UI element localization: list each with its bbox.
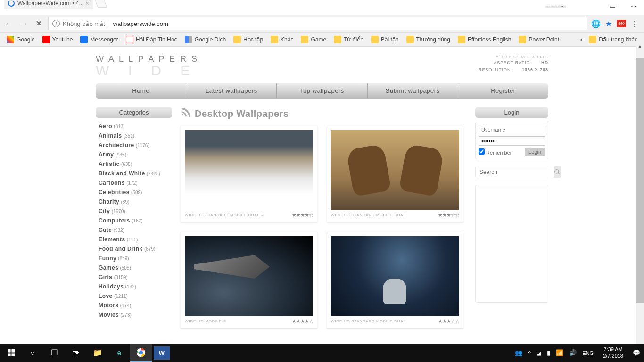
start-button[interactable] [0,344,22,362]
category-item[interactable]: Movies (273) [96,310,172,320]
category-item[interactable]: Architecture (1176) [96,140,172,150]
word-icon[interactable]: W [154,346,170,360]
wallpaper-thumbnail [185,130,313,210]
browser-tab[interactable]: WallpapersWide.com • 4... × [4,0,93,9]
windows-taskbar: ○ ❐ 🛍 📁 e W 👥 ^ ◢ ▮ 📶 🔊 ENG 7:39 AM 2/7/… [0,344,644,362]
bookmark-item[interactable]: Youtube [40,35,76,44]
bookmarks-overflow[interactable]: » [579,36,583,43]
category-item[interactable]: Charity (89) [96,197,172,206]
category-item[interactable]: Elements (111) [96,235,172,244]
category-item[interactable]: Motors (174) [96,301,172,310]
tray-chevron-icon[interactable]: ^ [528,349,531,356]
category-item[interactable]: Cute (932) [96,225,172,235]
info-icon[interactable]: i [52,20,60,27]
stop-button[interactable]: ✕ [33,18,44,29]
url-text: wallpaperswide.com [113,20,168,27]
wallpaper-card[interactable]: WIDE HD STANDARD MOBILE DUAL★★★☆☆ [327,126,463,222]
category-item[interactable]: Cartoons (172) [96,178,172,188]
category-item[interactable]: Girls (3159) [96,272,172,282]
bookmarks-bar: GoogleYoutubeMessengerHỏi Đáp Tin HọcGoo… [0,33,644,47]
cortana-icon[interactable]: ○ [22,344,43,362]
login-header: Login [475,107,548,118]
bookmark-favicon [185,36,192,43]
category-item[interactable]: Celebrities (509) [96,188,172,197]
categories-header: Categories [96,107,172,118]
nav-link[interactable]: Submit wallpapers [368,83,458,99]
system-clock[interactable]: 7:39 AM 2/7/2018 [599,346,627,359]
category-item[interactable]: Games (505) [96,263,172,272]
remember-checkbox[interactable]: Remember [479,148,512,156]
network-icon[interactable]: ◢ [537,349,541,356]
category-item[interactable]: Aero (313) [96,122,172,131]
bookmark-item[interactable]: Học tập [231,35,266,44]
bookmark-item[interactable]: Google Dịch [182,35,229,44]
wallpaper-card[interactable]: WIDE HD STANDARD MOBILE DUAL ©★★★★☆ [181,126,317,222]
category-item[interactable]: Computers (162) [96,216,172,225]
people-icon[interactable]: 👥 [515,349,522,356]
password-input[interactable] [479,136,545,146]
category-item[interactable]: Artistic (635) [96,159,172,169]
translate-icon[interactable]: 🌐 [591,19,601,28]
tab-close-icon[interactable]: × [85,0,89,7]
svg-rect-4 [8,353,11,356]
wallpaper-grid: WIDE HD STANDARD MOBILE DUAL ©★★★★☆ WIDE… [181,126,467,329]
explorer-icon[interactable]: 📁 [87,344,108,362]
bookmark-item[interactable]: Effortless English [455,35,514,44]
page-title: Desktop Wallpapers [181,107,467,120]
bookmark-item[interactable]: Bài tập [368,35,402,44]
display-info: YOUR DISPLAY FEATURES ASPECT RATIO:HD RE… [479,54,548,73]
wifi-icon[interactable]: 📶 [556,349,563,356]
language-indicator[interactable]: ENG [582,350,594,356]
store-icon[interactable]: 🛍 [65,344,87,362]
url-input[interactable]: i Không bảo mật wallpaperswide.com [48,17,587,30]
bookmark-star-icon[interactable]: ★ [605,19,612,28]
search-icon[interactable] [554,166,561,178]
category-item[interactable]: Animals (351) [96,131,172,140]
category-item[interactable]: Black and White (2425) [96,169,172,178]
nav-link[interactable]: Home [96,83,186,99]
category-item[interactable]: Holidays (132) [96,282,172,291]
category-item[interactable]: Love (1211) [96,291,172,301]
bookmark-item[interactable]: Từ điển [331,35,366,44]
vertical-scrollbar[interactable]: ▲ [636,42,644,344]
login-button[interactable]: Login [525,148,545,156]
logo-line2: W I D E [96,64,198,77]
bookmark-favicon [271,36,278,43]
category-item[interactable]: City (1670) [96,206,172,216]
volume-icon[interactable]: 🔊 [569,349,577,356]
rss-icon[interactable] [181,107,191,120]
bookmark-item[interactable]: Game [298,35,329,44]
nav-link[interactable]: Register [458,83,548,99]
scrollbar-thumb[interactable] [636,58,644,303]
wallpaper-card[interactable]: WIDE HD MOBILE ©★★★★☆ [181,232,317,329]
category-item[interactable]: Army (935) [96,150,172,159]
bookmark-item[interactable]: Hỏi Đáp Tin Học [123,35,180,44]
username-input[interactable] [479,125,545,134]
notifications-icon[interactable]: 💬 [633,349,644,356]
battery-icon[interactable]: ▮ [547,349,550,356]
task-view-icon[interactable]: ❐ [43,344,65,362]
nav-link[interactable]: Top wallpapers [277,83,367,99]
category-item[interactable]: Food and Drink (879) [96,244,172,254]
menu-icon[interactable]: ⋮ [631,19,638,28]
bookmark-favicon [126,36,133,43]
rating-stars: ★★★☆☆ [438,212,459,218]
extension-440-icon[interactable]: 440 [617,20,626,27]
wallpaper-card[interactable]: WIDE HD STANDARD MOBILE DUAL★★★☆☆ [327,232,463,329]
back-button[interactable]: ← [3,18,14,29]
nav-link[interactable]: Latest wallpapers [186,83,277,99]
bookmark-favicon [519,36,526,43]
search-input[interactable] [476,166,554,178]
category-item[interactable]: Funny (849) [96,254,172,263]
bookmark-item[interactable]: Thường dùng [404,35,453,44]
bookmark-item[interactable]: Messenger [77,35,121,44]
bookmark-item[interactable]: Google [4,35,38,44]
svg-rect-3 [11,349,15,353]
bookmark-favicon [233,36,241,43]
bookmark-item[interactable]: Khác [268,35,296,44]
other-bookmarks[interactable]: Dấu trang khác [586,35,640,44]
edge-icon[interactable]: e [108,344,130,362]
bookmark-item[interactable]: Power Point [516,35,562,44]
chrome-icon[interactable] [130,344,152,362]
forward-button[interactable]: → [18,18,29,29]
